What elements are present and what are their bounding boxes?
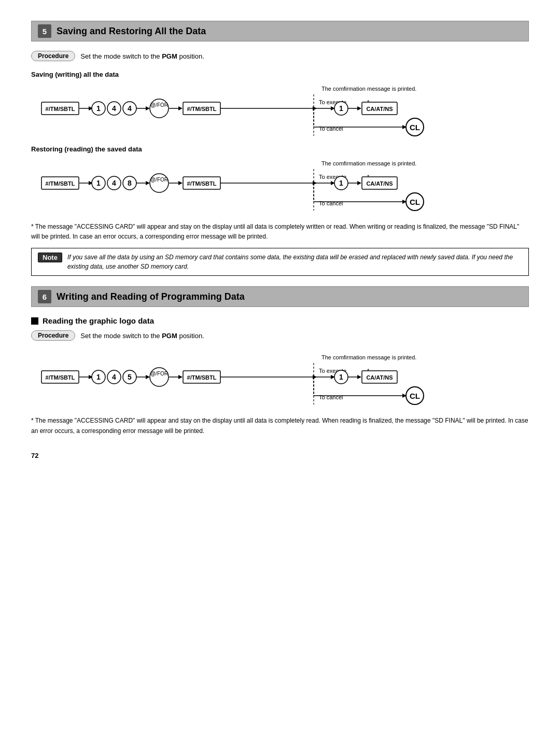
section6-header: 6 Writing and Reading of Programming Dat… [31, 286, 529, 307]
svg-text:To cancel: To cancel [319, 200, 343, 206]
svg-text:The comfirmation message is pr: The comfirmation message is printed. [321, 354, 416, 360]
section6-title: Writing and Reading of Programming Data [57, 291, 245, 302]
note-text: If you save all the data by using an SD … [67, 253, 522, 271]
svg-text:#/TM/SBTL: #/TM/SBTL [187, 374, 217, 381]
svg-text:8: 8 [128, 179, 132, 187]
svg-marker-59 [178, 181, 183, 185]
section5-title: Saving and Restoring All the Data [57, 26, 206, 37]
svg-text:4: 4 [112, 104, 116, 113]
restoring-flow-svg: The comfirmation message is printed. To … [31, 156, 498, 213]
svg-marker-29 [357, 106, 361, 110]
procedure-badge-6: Procedure [31, 330, 75, 341]
section5-header: 5 Saving and Restoring All the Data [31, 21, 529, 41]
svg-marker-25 [313, 106, 317, 110]
footnote6: * The message "ACCESSING CARD" will appe… [31, 416, 529, 436]
svg-marker-93 [146, 375, 150, 379]
restoring-subtitle: Restoring (reading) the saved data [31, 145, 529, 153]
svg-text:CL: CL [410, 392, 420, 400]
svg-text:CL: CL [410, 198, 420, 206]
section6-number: 6 [38, 290, 51, 303]
saving-diagram: The comfirmation message is printed. To … [31, 81, 529, 140]
footnote5: * The message "ACCESSING CARD" will appe… [31, 222, 529, 242]
svg-text:To cancel: To cancel [319, 125, 343, 132]
reading-logo-diagram: The comfirmation message is printed. To … [31, 350, 529, 409]
note-label: Note [38, 253, 62, 262]
note-box: Note If you save all the data by using a… [31, 248, 529, 276]
reading-logo-section: Reading the graphic logo data [31, 316, 529, 325]
reading-logo-flow-svg: The comfirmation message is printed. To … [31, 350, 498, 407]
reading-logo-title: Reading the graphic logo data [43, 316, 154, 325]
svg-text:#/TM/SBTL: #/TM/SBTL [46, 180, 75, 187]
procedure-line-5: Procedure Set the mode switch to the PGM… [31, 51, 529, 61]
svg-text:CA/AT/NS: CA/AT/NS [366, 374, 393, 381]
svg-text:CA/AT/NS: CA/AT/NS [366, 180, 393, 187]
svg-marker-97 [178, 375, 183, 379]
svg-marker-67 [357, 181, 361, 185]
saving-subtitle: Saving (writing) all the data [31, 71, 529, 78]
svg-text:CL: CL [410, 123, 420, 132]
section5-number: 5 [38, 24, 51, 38]
restoring-diagram: The comfirmation message is printed. To … [31, 156, 529, 215]
svg-text:1: 1 [96, 373, 101, 381]
svg-text:#/TM/SBTL: #/TM/SBTL [46, 374, 75, 381]
svg-text:1: 1 [96, 179, 101, 187]
svg-text:4: 4 [128, 104, 132, 113]
page-number: 72 [31, 452, 529, 459]
svg-text:#/TM/SBTL: #/TM/SBTL [187, 106, 217, 112]
procedure-text-6: Set the mode switch to the PGM position. [80, 332, 204, 340]
svg-text:To cancel: To cancel [319, 394, 343, 400]
procedure-badge-5: Procedure [31, 51, 75, 61]
svg-text:5: 5 [128, 373, 132, 381]
svg-text:The comfirmation message is pr: The comfirmation message is printed. [321, 86, 416, 92]
svg-text:@/FOR: @/FOR [150, 102, 168, 108]
svg-text:The comfirmation message is pr: The comfirmation message is printed. [321, 160, 416, 166]
procedure-line-6: Procedure Set the mode switch to the PGM… [31, 330, 529, 341]
svg-marker-63 [313, 181, 317, 185]
svg-text:4: 4 [112, 373, 116, 381]
svg-text:CA/AT/NS: CA/AT/NS [366, 106, 393, 112]
svg-text:@/FOR: @/FOR [150, 177, 168, 183]
black-square-bullet [31, 317, 38, 325]
svg-text:1: 1 [339, 104, 343, 113]
saving-flow-svg: The comfirmation message is printed. To … [31, 81, 498, 138]
procedure-text-5: Set the mode switch to the PGM position. [80, 52, 204, 60]
svg-text:1: 1 [339, 179, 343, 187]
svg-marker-105 [357, 375, 361, 379]
svg-text:1: 1 [96, 104, 101, 113]
svg-marker-55 [146, 181, 150, 185]
svg-marker-17 [146, 106, 150, 110]
svg-text:#/TM/SBTL: #/TM/SBTL [46, 106, 75, 112]
svg-text:@/FOR: @/FOR [150, 371, 168, 376]
svg-text:#/TM/SBTL: #/TM/SBTL [187, 180, 217, 187]
svg-marker-101 [313, 375, 317, 379]
svg-text:1: 1 [339, 373, 343, 381]
svg-marker-21 [178, 106, 183, 110]
svg-text:4: 4 [112, 179, 116, 187]
